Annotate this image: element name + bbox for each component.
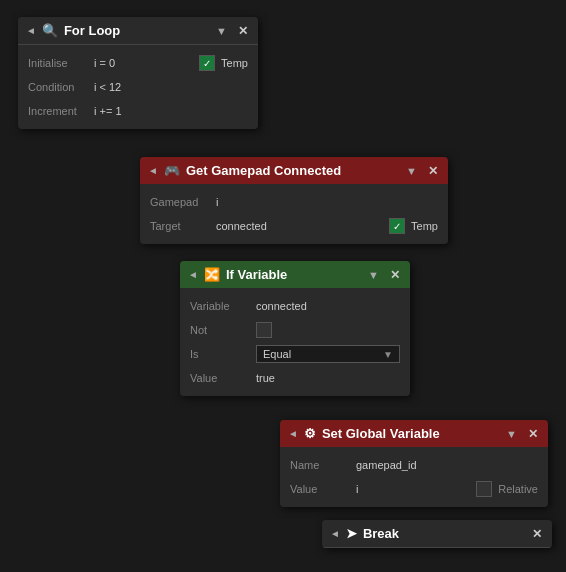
for-loop-initialise-row: Initialise i = 0 ✓ Temp: [18, 51, 258, 75]
for-loop-node: ◄ 🔍 For Loop ▼ ✕ Initialise i = 0 ✓ Temp…: [18, 17, 258, 129]
break-title: Break: [363, 526, 441, 541]
if-variable-is-value: Equal: [263, 348, 291, 360]
for-loop-increment-value: i += 1: [94, 105, 122, 117]
for-loop-menu-button[interactable]: ▼: [213, 25, 230, 37]
if-variable-node: ◄ 🔀 If Variable ▼ ✕ Variable connected N…: [180, 261, 410, 396]
set-global-title: Set Global Variable: [322, 426, 497, 441]
get-gamepad-gamepad-label: Gamepad: [150, 196, 210, 208]
for-loop-condition-value: i < 12: [94, 81, 121, 93]
set-global-icon: ⚙: [304, 426, 316, 441]
if-variable-not-row: Not: [180, 318, 410, 342]
if-variable-close-button[interactable]: ✕: [388, 268, 402, 282]
if-variable-is-label: Is: [190, 348, 250, 360]
set-global-name-value: gamepad_id: [356, 459, 417, 471]
if-variable-variable-value: connected: [256, 300, 307, 312]
get-gamepad-header: ◄ 🎮 Get Gamepad Connected ▼ ✕: [140, 157, 448, 184]
for-loop-condition-row: Condition i < 12: [18, 75, 258, 99]
get-gamepad-title: Get Gamepad Connected: [186, 163, 397, 178]
set-global-close-button[interactable]: ✕: [526, 427, 540, 441]
for-loop-initialise-value: i = 0: [94, 57, 115, 69]
for-loop-collapse-arrow[interactable]: ◄: [26, 25, 36, 36]
for-loop-close-button[interactable]: ✕: [236, 24, 250, 38]
set-global-relative-checkbox[interactable]: [476, 481, 492, 497]
if-variable-collapse-arrow[interactable]: ◄: [188, 269, 198, 280]
if-variable-title: If Variable: [226, 267, 359, 282]
for-loop-title: For Loop: [64, 23, 207, 38]
set-global-variable-header: ◄ ⚙ Set Global Variable ▼ ✕: [280, 420, 548, 447]
get-gamepad-close-button[interactable]: ✕: [426, 164, 440, 178]
set-global-collapse-arrow[interactable]: ◄: [288, 428, 298, 439]
for-loop-initialise-label: Initialise: [28, 57, 88, 69]
break-node: ◄ ➤ Break ✕: [322, 520, 552, 548]
get-gamepad-gamepad-value: i: [216, 196, 218, 208]
if-variable-body: Variable connected Not Is Equal ▼ Value …: [180, 288, 410, 396]
get-gamepad-target-row: Target connected ✓ Temp: [140, 214, 448, 238]
break-header: ◄ ➤ Break ✕: [322, 520, 552, 548]
set-global-body: Name gamepad_id Value i Relative: [280, 447, 548, 507]
if-variable-dropdown-arrow: ▼: [383, 349, 393, 360]
set-global-menu-button[interactable]: ▼: [503, 428, 520, 440]
get-gamepad-target-value: connected: [216, 220, 267, 232]
break-collapse-arrow[interactable]: ◄: [330, 528, 340, 539]
break-close-button[interactable]: ✕: [530, 527, 544, 541]
set-global-value-row: Value i Relative: [280, 477, 548, 501]
get-gamepad-collapse-arrow[interactable]: ◄: [148, 165, 158, 176]
if-variable-is-dropdown[interactable]: Equal ▼: [256, 345, 400, 363]
if-variable-not-checkbox[interactable]: [256, 322, 272, 338]
break-icon: ➤: [346, 526, 357, 541]
if-variable-icon: 🔀: [204, 267, 220, 282]
get-gamepad-temp-label: Temp: [411, 220, 438, 232]
get-gamepad-gamepad-row: Gamepad i: [140, 190, 448, 214]
get-gamepad-node: ◄ 🎮 Get Gamepad Connected ▼ ✕ Gamepad i …: [140, 157, 448, 244]
get-gamepad-temp-checkbox[interactable]: ✓: [389, 218, 405, 234]
for-loop-temp-checkbox[interactable]: ✓: [199, 55, 215, 71]
for-loop-increment-label: Increment: [28, 105, 88, 117]
for-loop-temp-label: Temp: [221, 57, 248, 69]
set-global-name-label: Name: [290, 459, 350, 471]
for-loop-header: ◄ 🔍 For Loop ▼ ✕: [18, 17, 258, 45]
set-global-relative-label: Relative: [498, 483, 538, 495]
if-variable-value-row: Value true: [180, 366, 410, 390]
if-variable-header: ◄ 🔀 If Variable ▼ ✕: [180, 261, 410, 288]
get-gamepad-target-label: Target: [150, 220, 210, 232]
for-loop-condition-label: Condition: [28, 81, 88, 93]
for-loop-body: Initialise i = 0 ✓ Temp Condition i < 12…: [18, 45, 258, 129]
if-variable-value-label: Value: [190, 372, 250, 384]
set-global-value-value: i: [356, 483, 358, 495]
if-variable-menu-button[interactable]: ▼: [365, 269, 382, 281]
set-global-variable-node: ◄ ⚙ Set Global Variable ▼ ✕ Name gamepad…: [280, 420, 548, 507]
get-gamepad-icon: 🎮: [164, 163, 180, 178]
get-gamepad-menu-button[interactable]: ▼: [403, 165, 420, 177]
set-global-name-row: Name gamepad_id: [280, 453, 548, 477]
for-loop-increment-row: Increment i += 1: [18, 99, 258, 123]
if-variable-variable-row: Variable connected: [180, 294, 410, 318]
set-global-value-label: Value: [290, 483, 350, 495]
if-variable-variable-label: Variable: [190, 300, 250, 312]
get-gamepad-body: Gamepad i Target connected ✓ Temp: [140, 184, 448, 244]
if-variable-not-label: Not: [190, 324, 250, 336]
if-variable-value-value: true: [256, 372, 275, 384]
for-loop-icon: 🔍: [42, 23, 58, 38]
if-variable-is-row: Is Equal ▼: [180, 342, 410, 366]
